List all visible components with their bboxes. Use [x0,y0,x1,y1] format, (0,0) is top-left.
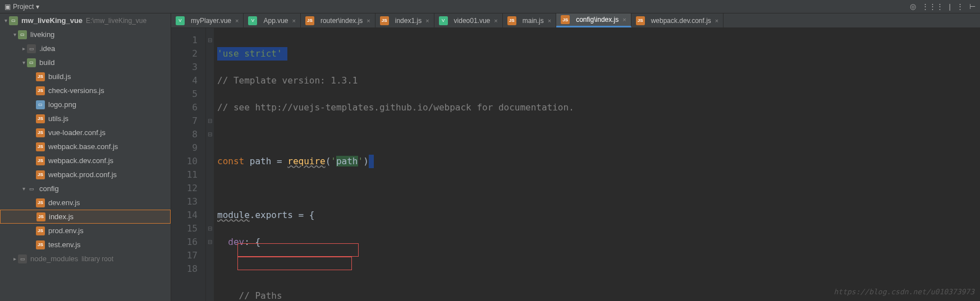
folder-label: config [39,184,59,193]
tree-file[interactable]: JSvue-loader.conf.js [0,126,171,140]
folder-icon: ▭ [27,184,36,193]
close-icon[interactable]: × [548,17,551,24]
project-dropdown[interactable]: ▣ Project ▾ [4,3,39,11]
tree-file[interactable]: JSdev.env.js [0,196,171,210]
chevron-right-icon[interactable]: ▸ [11,256,18,262]
close-icon[interactable]: × [494,17,497,24]
close-icon[interactable]: × [622,16,626,23]
divider-icon: | [949,2,951,11]
chevron-down-icon[interactable]: ▾ [20,186,27,192]
tree-file[interactable]: JSwebpack.base.conf.js [0,140,171,154]
tree-root[interactable]: ▾ ▭ mw_liveKing_vue E:\mw_liveKing_vue [0,13,171,27]
collapse-icon[interactable]: ⋮⋮⋮ [922,2,944,11]
editor-tab[interactable]: JSmain.js× [503,13,556,27]
file-label: index.js [49,212,74,221]
editor-tab[interactable]: VApp.vue× [244,13,300,27]
tab-label: webpack.dev.conf.js [651,17,711,25]
js-icon: JS [36,114,45,123]
editor-tab[interactable]: VmyPlayer.vue× [171,13,244,27]
editor-tabs: VmyPlayer.vue×VApp.vue×JSrouter\index.js… [171,13,980,28]
close-icon[interactable]: × [715,17,718,24]
file-label: build.js [48,72,71,81]
folder-tag: library root [81,255,113,263]
editor-tab[interactable]: JSindex1.js× [375,13,434,27]
tree-folder-liveking[interactable]: ▾ ▭ liveking [0,27,171,41]
file-label: vue-loader.conf.js [48,128,106,137]
js-icon: JS [36,128,45,137]
chevron-down-icon[interactable]: ▾ [20,59,27,66]
code-text: 'use strict' [217,47,282,61]
editor-tab[interactable]: JSwebpack.dev.conf.js× [631,13,724,27]
file-label: utils.js [48,114,68,123]
vue-icon: V [248,16,257,25]
tab-label: router\index.js [320,17,363,25]
tab-label: config\index.js [576,16,619,24]
line-gutter: 123456789101112131415161718 [171,28,206,301]
vue-icon: V [439,16,448,25]
target-icon[interactable]: ◎ [910,2,916,11]
js-icon: JS [305,16,314,25]
file-label: webpack.base.conf.js [48,142,118,151]
title-bar-actions: ◎ ⋮⋮⋮ | ⋮ ⊢ [910,2,976,11]
js-icon: JS [36,198,45,207]
chevron-right-icon[interactable]: ▸ [20,45,27,52]
file-label: dev.env.js [48,198,80,207]
editor-area: VmyPlayer.vue×VApp.vue×JSrouter\index.js… [171,13,980,301]
tree-folder-build[interactable]: ▾ ▭ build [0,55,171,70]
file-label: logo.png [48,100,76,109]
tree-folder-node-modules[interactable]: ▸ ▭ node_modules library root [0,252,171,266]
close-icon[interactable]: × [235,17,239,24]
tree-file[interactable]: JScheck-versions.js [0,84,171,98]
file-label: webpack.dev.conf.js [48,156,113,165]
tree-file[interactable]: JStest.env.js [0,238,171,252]
watermark: https://blog.csdn.net/u010373973 [834,285,974,299]
tree-file[interactable]: JSwebpack.dev.conf.js [0,154,171,168]
tree-file[interactable]: JSutils.js [0,112,171,126]
file-label: test.env.js [48,240,81,249]
js-icon: JS [36,156,45,165]
js-icon: JS [36,170,45,179]
folder-icon: ▭ [18,254,27,263]
root-name: mw_liveKing_vue [21,16,83,25]
code-editor[interactable]: 'use strict' // Template version: 1.3.1 … [214,28,980,301]
editor-tab[interactable]: JSconfig\index.js× [556,13,631,27]
editor-tab[interactable]: JSrouter\index.js× [301,13,375,27]
chevron-down-icon[interactable]: ▾ [2,17,9,24]
root-path: E:\mw_liveKing_vue [86,17,146,25]
folder-label: liveking [30,30,54,39]
hide-icon[interactable]: ⊢ [969,2,976,11]
chevron-down-icon[interactable]: ▾ [11,31,18,38]
fold-column: ⊟⊟⊟⊟⊟ [206,28,214,301]
js-icon: JS [36,142,45,151]
close-icon[interactable]: × [292,17,296,24]
folder-icon: ▭ [9,16,18,25]
tree-file[interactable]: JSwebpack.prod.conf.js [0,168,171,182]
project-tree[interactable]: ▾ ▭ mw_liveKing_vue E:\mw_liveKing_vue ▾… [0,13,171,301]
tree-folder-idea[interactable]: ▸ ▭ .idea [0,41,171,55]
folder-icon: ▭ [27,58,36,67]
code-comment: // see http://vuejs-templates.github.io/… [217,102,574,113]
tree-folder-config[interactable]: ▾ ▭ config [0,182,171,196]
close-icon[interactable]: × [367,17,370,24]
vue-icon: V [176,16,185,25]
close-icon[interactable]: × [425,17,429,24]
folder-icon: ▭ [18,30,27,39]
settings-icon[interactable]: ⋮ [956,2,964,11]
js-icon: JS [507,16,516,25]
tab-label: App.vue [263,17,288,25]
tab-label: video01.vue [454,17,491,25]
tab-label: index1.js [395,17,422,25]
project-label: Project [13,3,34,11]
tree-file[interactable]: ▭logo.png [0,98,171,112]
tree-file-selected[interactable]: JSindex.js [0,210,171,224]
js-icon: JS [36,212,45,221]
tab-label: myPlayer.vue [191,17,231,25]
folder-label: build [39,58,54,67]
tree-file[interactable]: JSprod.env.js [0,224,171,238]
editor-tab[interactable]: Vvideo01.vue× [434,13,503,27]
tree-file[interactable]: JSbuild.js [0,70,171,84]
folder-icon: ▭ [27,44,36,53]
file-label: webpack.prod.conf.js [48,170,117,179]
tab-label: main.js [523,17,544,25]
js-icon: JS [36,86,45,95]
